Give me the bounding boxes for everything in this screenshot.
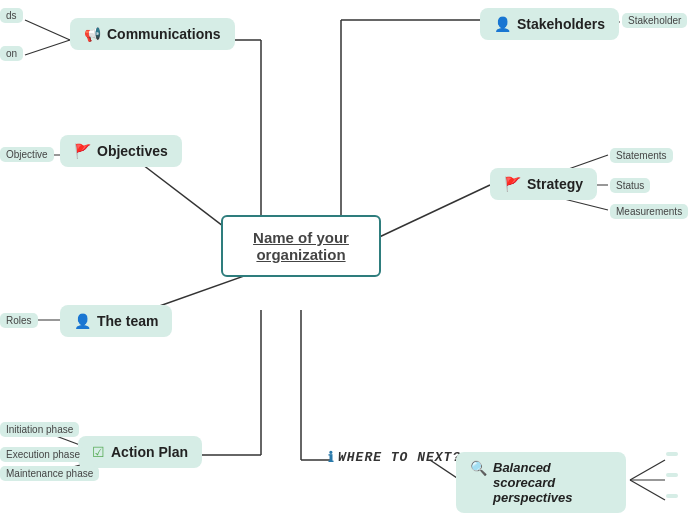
- stakeholders-icon: 👤: [494, 16, 511, 32]
- where-next-icon: ℹ: [328, 449, 334, 466]
- strategy-node[interactable]: 🚩 Strategy: [490, 168, 597, 200]
- the-team-node[interactable]: 👤 The team: [60, 305, 172, 337]
- comm-sub-2: on: [0, 46, 23, 61]
- action-plan-icon: ☑: [92, 444, 105, 460]
- main-title: Name of your organization: [241, 229, 361, 263]
- objectives-label: Objectives: [97, 143, 168, 159]
- the-team-icon: 👤: [74, 313, 91, 329]
- action-plan-node[interactable]: ☑ Action Plan: [78, 436, 202, 468]
- balanced-scorecard-node[interactable]: 🔍 Balanced scorecard perspectives: [456, 452, 626, 513]
- action-sub-3: Maintenance phase: [0, 466, 99, 481]
- stakeholders-node[interactable]: 👤 Stakeholders: [480, 8, 619, 40]
- svg-line-23: [630, 460, 665, 480]
- main-node[interactable]: Name of your organization: [221, 215, 381, 277]
- stakeholders-label: Stakeholders: [517, 16, 605, 32]
- action-sub-1: Initiation phase: [0, 422, 79, 437]
- bs-sub-1: [666, 452, 678, 456]
- the-team-label: The team: [97, 313, 158, 329]
- bs-sub-3: [666, 494, 678, 498]
- objectives-sub: Objective: [0, 147, 54, 162]
- team-sub-roles: Roles: [0, 313, 38, 328]
- svg-line-3: [25, 40, 70, 55]
- bs-sub-2: [666, 473, 678, 477]
- where-to-next-node[interactable]: ℹ WHERE TO NEXT?: [328, 449, 461, 466]
- communications-node[interactable]: 📢 Communications: [70, 18, 235, 50]
- action-sub-2: Execution phase: [0, 447, 86, 462]
- balanced-scorecard-label: Balanced scorecard perspectives: [493, 460, 612, 505]
- action-plan-label: Action Plan: [111, 444, 188, 460]
- communications-icon: 📢: [84, 26, 101, 42]
- svg-line-25: [630, 480, 665, 500]
- balanced-scorecard-icon: 🔍: [470, 460, 487, 476]
- objectives-icon: 🚩: [74, 143, 91, 159]
- communications-label: Communications: [107, 26, 221, 42]
- where-next-label: WHERE TO NEXT?: [338, 450, 461, 465]
- strategy-label: Strategy: [527, 176, 583, 192]
- objectives-node[interactable]: 🚩 Objectives: [60, 135, 182, 167]
- stakeholders-sub: Stakeholder: [622, 13, 687, 28]
- strategy-sub-1: Statements: [610, 148, 673, 163]
- svg-line-2: [25, 20, 70, 40]
- comm-sub-1: ds: [0, 8, 23, 23]
- strategy-sub-3: Measurements: [610, 204, 688, 219]
- strategy-sub-2: Status: [610, 178, 650, 193]
- strategy-icon: 🚩: [504, 176, 521, 192]
